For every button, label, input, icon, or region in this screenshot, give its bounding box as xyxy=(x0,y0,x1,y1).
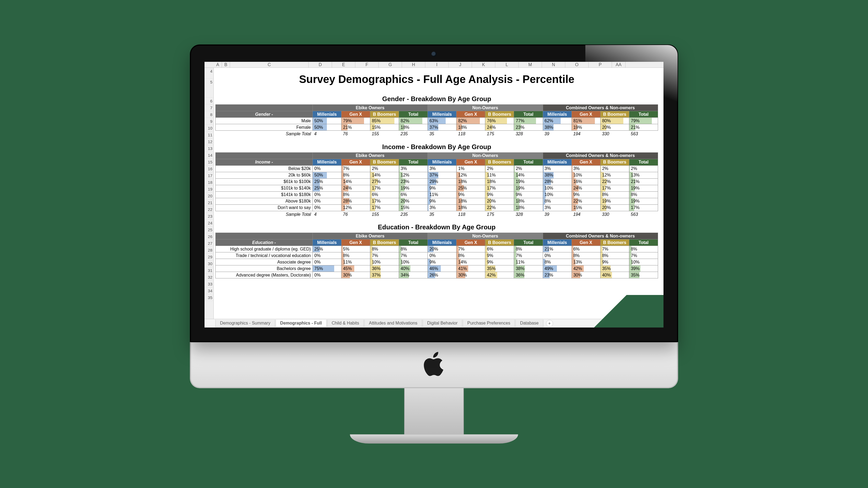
row-header-22[interactable]: 22 xyxy=(205,206,214,213)
subgroup-header: B Boomers xyxy=(485,159,514,165)
value-cell: 21% xyxy=(543,246,571,252)
value-cell: 9% xyxy=(514,191,543,198)
column-header-H[interactable]: H xyxy=(402,62,425,68)
value-cell: 37% xyxy=(428,172,457,178)
sheet-tab[interactable]: Attitudes and Motivations xyxy=(364,320,422,327)
row-header-26[interactable]: 26 xyxy=(205,233,214,240)
value-cell: 1% xyxy=(457,165,485,172)
value-cell: 7% xyxy=(370,252,399,259)
row-label: Don't want to say xyxy=(216,204,313,211)
row-header-32[interactable]: 32 xyxy=(205,274,214,281)
column-header-D[interactable]: D xyxy=(309,62,332,68)
column-header-F[interactable]: F xyxy=(355,62,379,68)
subgroup-header: B Boomers xyxy=(370,111,399,118)
value-cell: 3% xyxy=(543,165,571,172)
value-cell: 80% xyxy=(600,118,629,124)
value-cell: 9% xyxy=(600,259,629,265)
sample-total-row: Sample Total4761552353511817532839194330… xyxy=(216,131,658,137)
row-header-8[interactable]: 8 xyxy=(205,111,214,118)
row-header-34[interactable]: 34 xyxy=(205,287,214,294)
value-cell: 3% xyxy=(428,165,457,172)
value-cell: 77% xyxy=(514,118,543,124)
row-header-24[interactable]: 24 xyxy=(205,220,214,226)
column-header-C[interactable]: C xyxy=(230,62,309,68)
row-header-35[interactable]: 35 xyxy=(205,294,214,301)
row-header-14[interactable]: 14 xyxy=(205,152,214,159)
value-cell: 22% xyxy=(600,178,629,185)
value-cell: 19% xyxy=(600,198,629,204)
column-header-AA[interactable]: AA xyxy=(612,62,625,68)
sheet-tab[interactable]: Demographics - Summary xyxy=(215,320,275,327)
value-cell: 9% xyxy=(428,185,457,191)
value-cell: 24% xyxy=(485,124,514,131)
value-cell: 3% xyxy=(571,165,600,172)
row-header-25[interactable]: 25 xyxy=(205,226,214,233)
row-header-16[interactable]: 16 xyxy=(205,165,214,172)
column-header-B[interactable]: B xyxy=(222,62,230,68)
column-header-A[interactable]: A xyxy=(214,62,222,68)
row-header-12[interactable]: 12 xyxy=(205,138,214,145)
row-header-15[interactable]: 15 xyxy=(205,159,214,165)
value-cell: 15% xyxy=(370,124,399,131)
row-header-29[interactable]: 29 xyxy=(205,254,214,260)
column-header-I[interactable]: I xyxy=(425,62,448,68)
group-header: Combined Owners & Non-owners xyxy=(543,233,658,239)
value-cell: 17% xyxy=(629,204,658,211)
subgroup-header: Total xyxy=(399,159,428,165)
row-header-23[interactable]: 23 xyxy=(205,213,214,220)
row-header-27[interactable]: 27 xyxy=(205,240,214,247)
column-header-L[interactable]: L xyxy=(495,62,519,68)
row-header-7[interactable]: 7 xyxy=(205,104,214,111)
value-cell: 2% xyxy=(514,165,543,172)
group-header: Non-Owners xyxy=(428,105,543,111)
value-cell: 3% xyxy=(543,204,571,211)
value-cell: 9% xyxy=(457,191,485,198)
row-headers[interactable]: 4567891011121314151617181920212223242526… xyxy=(205,68,214,319)
row-header-4[interactable]: 4 xyxy=(205,68,214,78)
row-header-6[interactable]: 6 xyxy=(205,98,214,104)
sheet-content[interactable]: Survey Demographics - Full Age Analysis … xyxy=(214,68,663,319)
table-row: Male50%79%85%82%63%82%76%77%62%81%80%79% xyxy=(216,118,658,124)
sheet-tab[interactable]: Purchase Preferences xyxy=(463,320,515,327)
add-sheet-button[interactable]: + xyxy=(546,320,553,327)
row-header-10[interactable]: 10 xyxy=(205,125,214,131)
subgroup-header: Millenials xyxy=(543,111,571,118)
column-headers[interactable]: ABCDEFGHIJKLMNOPAA xyxy=(205,62,663,68)
value-cell: 20% xyxy=(600,204,629,211)
value-cell: 40% xyxy=(600,272,629,279)
column-header-G[interactable]: G xyxy=(379,62,402,68)
row-header-13[interactable]: 13 xyxy=(205,145,214,152)
sheet-tab[interactable]: Demographics - Full xyxy=(276,320,327,327)
sheet-tab[interactable]: Child & Habits xyxy=(327,320,364,327)
value-cell: 17% xyxy=(600,185,629,191)
column-header-J[interactable]: J xyxy=(448,62,472,68)
column-header-E[interactable]: E xyxy=(332,62,355,68)
row-header-33[interactable]: 33 xyxy=(205,281,214,287)
value-cell: 42% xyxy=(571,265,600,272)
row-header-9[interactable]: 9 xyxy=(205,118,214,125)
row-header-28[interactable]: 28 xyxy=(205,247,214,254)
column-header-P[interactable]: P xyxy=(589,62,612,68)
row-header-17[interactable]: 17 xyxy=(205,172,214,179)
column-header-M[interactable]: M xyxy=(519,62,542,68)
row-header-5[interactable]: 5 xyxy=(205,78,214,98)
column-header-O[interactable]: O xyxy=(565,62,589,68)
row-header-31[interactable]: 31 xyxy=(205,267,214,274)
column-header-K[interactable]: K xyxy=(472,62,495,68)
sheet-tab[interactable]: Database xyxy=(516,320,543,327)
value-cell: 12% xyxy=(457,172,485,178)
sheet-tab[interactable]: Digital Behavior xyxy=(423,320,462,327)
value-cell: 19% xyxy=(514,185,543,191)
subgroup-header: Total xyxy=(514,239,543,246)
value-cell: 9% xyxy=(485,259,514,265)
column-header-N[interactable]: N xyxy=(542,62,565,68)
row-header-18[interactable]: 18 xyxy=(205,179,214,186)
row-header-11[interactable]: 11 xyxy=(205,131,214,138)
sheet-tab-bar[interactable]: Demographics - SummaryDemographics - Ful… xyxy=(205,319,663,327)
row-label: Below $20k xyxy=(216,165,313,172)
row-header-21[interactable]: 21 xyxy=(205,199,214,206)
row-header-20[interactable]: 20 xyxy=(205,193,214,199)
row-header-30[interactable]: 30 xyxy=(205,260,214,267)
row-header-19[interactable]: 19 xyxy=(205,186,214,193)
value-cell: 22% xyxy=(485,204,514,211)
